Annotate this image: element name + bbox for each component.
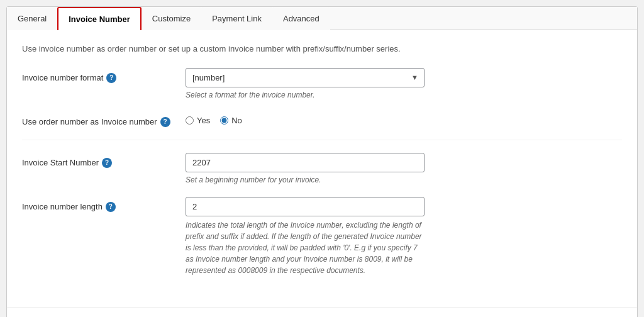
settings-card: General Invoice Number Customize Payment… (6, 6, 638, 317)
tab-customize[interactable]: Customize (142, 7, 201, 30)
help-icon-invoice-format[interactable]: ? (106, 73, 116, 83)
radio-yes-label[interactable]: Yes (186, 116, 210, 125)
help-icon-number-length[interactable]: ? (106, 202, 116, 212)
form-row-start-number: Invoice Start Number ? Set a beginning n… (22, 153, 622, 184)
radio-yes[interactable] (186, 116, 194, 125)
label-number-length: Invoice number length ? (22, 197, 186, 212)
card-footer: Save Invoice number settings (7, 308, 637, 318)
label-start-number: Invoice Start Number ? (22, 153, 186, 168)
invoice-start-number-input[interactable] (186, 153, 425, 172)
field-col-number-length: Indicates the total length of the Invoic… (186, 197, 622, 276)
field-col-start-number: Set a beginning number for your invoice. (186, 153, 622, 184)
tab-content: Use invoice number as order number or se… (7, 30, 637, 301)
radio-group-use-order-number: Yes No (186, 112, 622, 125)
tab-general[interactable]: General (7, 7, 57, 30)
help-icon-start-number[interactable]: ? (102, 158, 112, 168)
tab-invoice-number[interactable]: Invoice Number (57, 7, 142, 30)
number-length-hint: Indicates the total length of the Invoic… (186, 220, 425, 276)
radio-no-label[interactable]: No (220, 116, 242, 125)
form-row-invoice-format: Invoice number format ? [number] [prefix… (22, 68, 622, 99)
page-wrapper: General Invoice Number Customize Payment… (0, 0, 644, 317)
start-number-hint: Set a beginning number for your invoice. (186, 175, 622, 184)
invoice-format-select[interactable]: [number] [prefix][number] [prefix][numbe… (186, 68, 425, 87)
label-invoice-format: Invoice number format ? (22, 68, 186, 83)
label-use-order-number: Use order number as Invoice number ? (22, 112, 186, 127)
form-row-number-length: Invoice number length ? Indicates the to… (22, 197, 622, 276)
tab-payment-link[interactable]: Payment Link (201, 7, 272, 30)
section-divider (22, 140, 622, 140)
field-col-use-order-number: Yes No (186, 112, 622, 125)
invoice-format-hint: Select a format for the invoice number. (186, 91, 622, 99)
invoice-number-length-input[interactable] (186, 197, 425, 216)
radio-no[interactable] (220, 116, 228, 125)
tabs-bar: General Invoice Number Customize Payment… (7, 7, 637, 30)
invoice-format-select-wrapper: [number] [prefix][number] [prefix][numbe… (186, 68, 425, 87)
page-description: Use invoice number as order number or se… (22, 43, 622, 55)
form-row-use-order-number: Use order number as Invoice number ? Yes… (22, 112, 622, 127)
tab-advanced[interactable]: Advanced (272, 7, 330, 30)
help-icon-use-order-number[interactable]: ? (160, 117, 170, 127)
field-col-invoice-format: [number] [prefix][number] [prefix][numbe… (186, 68, 622, 99)
